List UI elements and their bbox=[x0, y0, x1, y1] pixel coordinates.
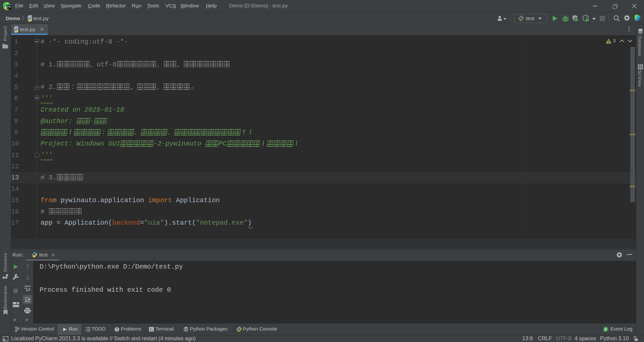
svg-text:2: 2 bbox=[605, 327, 607, 331]
svg-text:PC: PC bbox=[7, 5, 11, 8]
